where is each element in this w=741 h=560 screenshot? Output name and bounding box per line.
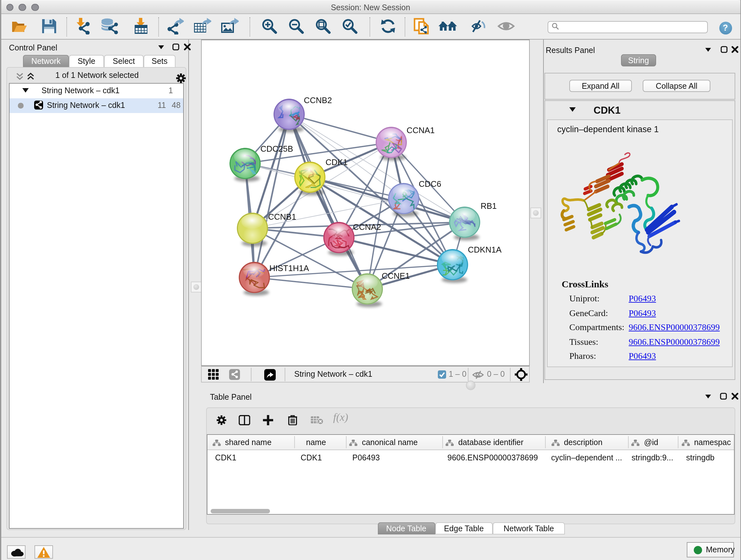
svg-text:CDKN1A: CDKN1A: [468, 245, 502, 254]
svg-text:CCNE1: CCNE1: [382, 271, 410, 281]
svg-text:CCNB1: CCNB1: [268, 212, 296, 222]
svg-text:CDK1: CDK1: [326, 158, 347, 167]
svg-text:CCNA1: CCNA1: [407, 125, 434, 135]
svg-text:RB1: RB1: [481, 201, 497, 211]
svg-text:HIST1H1A: HIST1H1A: [269, 263, 309, 273]
svg-text:CDC6: CDC6: [419, 179, 441, 189]
svg-text:CCNA2: CCNA2: [353, 222, 381, 232]
svg-text:CDC25B: CDC25B: [260, 144, 293, 153]
svg-text:CCNB2: CCNB2: [304, 96, 332, 105]
